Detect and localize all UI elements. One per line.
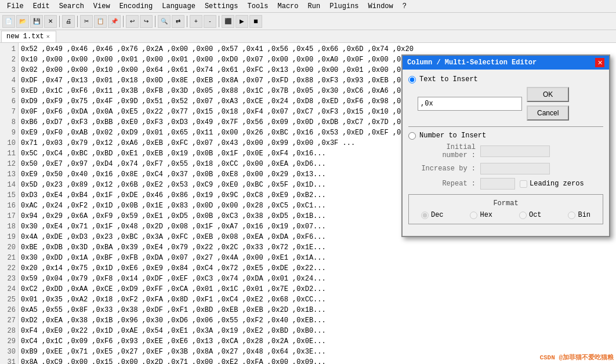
format-options: Dec Hex Oct [414,211,598,219]
sep5 [187,16,187,27]
tab-label: new 1.txt [6,32,44,41]
format-bin-label[interactable]: Bin [568,211,590,219]
cut-button[interactable]: ✂ [80,15,93,28]
menu-tools[interactable]: Tools [242,1,273,12]
repeat-row: Repeat : Leading zeros [418,178,603,190]
toolbar-btn-extra2[interactable]: ▶ [235,15,248,28]
menu-bar: File Edit Search View Encoding Language … [0,0,616,13]
menu-plugins[interactable]: Plugins [325,1,363,12]
format-bin-text: Bin [578,211,590,219]
dialog-body: Text to Insert OK Cancel N [403,70,609,236]
redo-button[interactable]: ↪ [140,15,153,28]
toolbar-btn-extra1[interactable]: ⬛ [222,15,234,28]
search-button[interactable]: 🔍 [158,15,171,28]
toolbar: 📄 📂 💾 ✕ 🖨 ✂ 📋 📌 ↩ ↪ 🔍 ⇄ + - ⬛ ▶ ⏹ [0,13,616,30]
leading-zeros-row: Leading zeros [520,180,584,188]
format-oct-text: Oct [529,211,542,219]
number-to-insert-radio-label[interactable]: Number to Insert [408,132,603,140]
close-button[interactable]: ✕ [44,15,57,28]
save-button[interactable]: 💾 [30,15,43,28]
number-to-insert-label: Number to Insert [419,132,486,140]
format-oct-label[interactable]: Oct [519,211,542,219]
initial-number-input [480,145,550,157]
increase-by-label: Increase by : [418,165,476,173]
dialog-buttons: OK Cancel [527,87,569,121]
text-insert-section: Text to Insert OK Cancel [408,75,603,121]
repeat-label: Repeat : [418,180,476,188]
text-to-insert-radio[interactable] [408,76,416,83]
menu-view[interactable]: View [89,1,115,12]
menu-help[interactable]: ? [398,1,411,12]
tab-close-icon[interactable]: ✕ [46,33,50,40]
toolbar-btn-extra3[interactable]: ⏹ [249,15,262,28]
undo-button[interactable]: ↩ [126,15,139,28]
divider1 [408,126,603,127]
column-editor-dialog: Column / Multi-Selection Editor ✕ Text t… [401,54,610,237]
copy-button[interactable]: 📋 [94,15,107,28]
cancel-button[interactable]: Cancel [527,105,569,121]
number-to-insert-radio[interactable] [408,132,416,140]
menu-run[interactable]: Run [303,1,325,12]
text-to-insert-label: Text to Insert [419,75,478,83]
format-hex-label[interactable]: Hex [470,211,492,219]
format-bin-radio [568,212,575,219]
text-insert-input[interactable] [418,97,522,111]
dialog-title-bar: Column / Multi-Selection Editor ✕ [403,56,609,70]
initial-number-label: Initial number : [418,143,476,159]
number-insert-section: Number to Insert Initial number : Increa… [408,132,603,224]
menu-language[interactable]: Language [157,1,200,12]
menu-encoding[interactable]: Encoding [115,1,158,12]
increase-by-row: Increase by : [418,163,603,174]
sep4 [155,16,155,27]
dialog-close-button[interactable]: ✕ [595,58,604,67]
replace-button[interactable]: ⇄ [172,15,184,28]
leading-zeros-label: Leading zeros [530,180,584,188]
tab-bar: new 1.txt ✕ [0,30,616,43]
dialog-overlay: Column / Multi-Selection Editor ✕ Text t… [0,43,616,364]
ok-button[interactable]: OK [527,87,569,102]
sep6 [219,16,219,27]
menu-edit[interactable]: Edit [28,1,55,12]
sep1 [59,16,60,27]
zoom-in-button[interactable]: + [190,15,202,28]
format-section: Format Dec Hex [408,194,603,224]
increase-by-input [480,163,550,174]
text-insert-row: OK Cancel [418,87,603,121]
menu-window[interactable]: Window [364,1,398,12]
open-button[interactable]: 📂 [16,15,29,28]
text-to-insert-radio-label[interactable]: Text to Insert [408,75,603,83]
format-hex-text: Hex [480,211,492,219]
print-button[interactable]: 🖨 [62,15,75,28]
sep2 [77,16,78,27]
leading-zeros-checkbox [520,180,527,188]
menu-settings[interactable]: Settings [200,1,243,12]
watermark: CSDN @加菲猫不爱吃猫粮 [539,353,614,362]
format-oct-radio [519,212,527,219]
menu-search[interactable]: Search [55,1,89,12]
new-button[interactable]: 📄 [2,15,15,28]
format-title: Format [414,199,598,208]
format-dec-radio [421,212,429,219]
format-dec-text: Dec [431,211,444,219]
format-dec-label[interactable]: Dec [421,211,444,219]
tab-new1[interactable]: new 1.txt ✕ [1,31,56,42]
paste-button[interactable]: 📌 [108,15,121,28]
editor-container: 1234567891011121314151617181920212223242… [0,43,616,364]
zoom-out-button[interactable]: - [204,15,216,28]
dialog-title: Column / Multi-Selection Editor [407,59,537,67]
format-hex-radio [470,212,477,219]
menu-file[interactable]: File [2,1,28,12]
menu-macro[interactable]: Macro [273,1,303,12]
sep3 [123,16,124,27]
repeat-input [480,178,515,190]
initial-number-row: Initial number : [418,143,603,159]
